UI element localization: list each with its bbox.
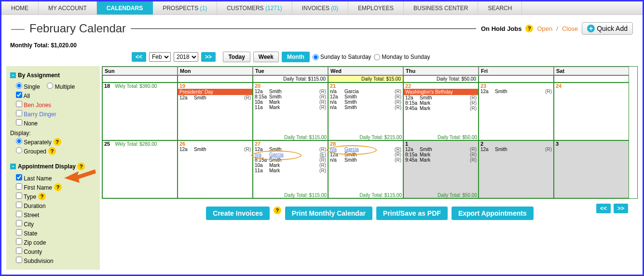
help-icon[interactable]: ? bbox=[274, 207, 281, 214]
appointment[interactable]: 12aSmith(R) bbox=[253, 89, 328, 94]
calendar-day[interactable]: 2712aSmith(R)n/aGarcia(E)8:15aSmith(R)10… bbox=[253, 140, 328, 198]
nav-prospects[interactable]: PROSPECTS (1) bbox=[153, 1, 217, 14]
appointment[interactable]: 8:15aSmith(R) bbox=[253, 157, 328, 163]
appointment[interactable]: 12aSmith(R) bbox=[404, 95, 478, 100]
calendar-day[interactable]: 21n/aGarcia(R)12aSmith(R)n/aSmith(R)n/aS… bbox=[328, 83, 403, 140]
appointment[interactable]: n/aGarcia(R) bbox=[329, 89, 403, 94]
nav-home[interactable]: HOME bbox=[1, 1, 39, 14]
single-radio[interactable]: Single bbox=[16, 83, 40, 90]
nav-calendars[interactable]: CALENDARS bbox=[97, 1, 153, 14]
print-pdf-button[interactable]: Print/Save as PDF bbox=[376, 207, 448, 220]
appointment[interactable]: 12aSmith(R) bbox=[479, 89, 553, 94]
calendar-day[interactable]: 212aSmith(R) bbox=[479, 140, 554, 198]
appt-opt-checkbox[interactable]: Subdivision bbox=[16, 257, 54, 264]
grouped-radio[interactable]: Grouped bbox=[16, 147, 46, 155]
appt-opt-checkbox[interactable]: Duration bbox=[16, 202, 46, 209]
appointment[interactable]: n/aSmith(R) bbox=[329, 157, 403, 163]
week-view-button[interactable]: Week bbox=[253, 52, 279, 62]
appt-opt-checkbox[interactable]: First Name bbox=[16, 183, 52, 191]
appointment[interactable]: 9:45aMark(R) bbox=[404, 157, 478, 163]
calendar-day[interactable]: 2012aSmith(R)8:15aSmith(R)10aMark(R)11aM… bbox=[253, 83, 328, 140]
appointment[interactable]: 8:15aMark(R) bbox=[404, 152, 478, 157]
separately-radio[interactable]: Separately bbox=[16, 138, 52, 146]
all-checkbox[interactable]: All bbox=[16, 92, 30, 99]
appointment[interactable]: 12aSmith(R) bbox=[329, 152, 403, 157]
month-view-button[interactable]: Month bbox=[282, 52, 310, 62]
weekstart-sun-radio[interactable]: Sunday to Saturday bbox=[313, 54, 371, 60]
calendar-day[interactable]: 19Presidents' Day12aSmith(R) bbox=[178, 83, 253, 140]
calendar-day[interactable]: 28n/aGarcia(R)12aSmith(R)n/aSmith(R)Dail… bbox=[328, 140, 403, 198]
nav-business-center[interactable]: BUSINESS CENTER bbox=[404, 1, 478, 14]
daily-total: Daily Total: $115.00 bbox=[359, 193, 402, 198]
year-select[interactable]: 2018 bbox=[174, 52, 198, 62]
print-monthly-button[interactable]: Print Monthly Calendar bbox=[285, 207, 372, 220]
help-icon[interactable]: ? bbox=[54, 183, 62, 191]
day-header: Thu bbox=[403, 67, 479, 75]
sidebar: -By Assignment Single Multiple All Ben J… bbox=[6, 66, 100, 270]
calendar-day[interactable]: 3 bbox=[554, 140, 629, 198]
appointment[interactable]: 9:45aMark(R) bbox=[404, 106, 478, 111]
appointment[interactable]: 12aSmith(R) bbox=[253, 147, 328, 152]
appt-opt-checkbox[interactable]: Last Name bbox=[16, 174, 52, 182]
open-link[interactable]: Open bbox=[537, 25, 552, 32]
appointment[interactable]: 12aSmith(R) bbox=[178, 147, 252, 152]
calendar-day[interactable]: 25 Wkly Total: $280.00 bbox=[102, 140, 178, 198]
appointment[interactable]: n/aGarcia(E) bbox=[253, 152, 328, 157]
calendar-day[interactable]: 24 bbox=[554, 83, 629, 140]
collapse-icon[interactable]: - bbox=[10, 164, 16, 169]
nav-search[interactable]: SEARCH bbox=[478, 1, 522, 14]
multiple-radio[interactable]: Multiple bbox=[47, 83, 75, 90]
appointment[interactable]: 10aMark(R) bbox=[253, 163, 328, 168]
help-icon[interactable]: ? bbox=[77, 163, 85, 170]
help-icon[interactable]: ? bbox=[54, 138, 61, 146]
by-assignment-panel: -By Assignment bbox=[10, 72, 96, 79]
ben-jones-checkbox[interactable]: Ben Jones bbox=[16, 101, 51, 109]
none-checkbox[interactable]: None bbox=[16, 119, 38, 127]
appt-opt-checkbox[interactable]: Type bbox=[16, 193, 36, 200]
weekly-total: Wkly Total: $280.00 bbox=[113, 141, 157, 147]
calendar-day[interactable]: 112aSmith(R)8:15aMark(R)9:45aMark(R)Dail… bbox=[403, 140, 479, 198]
export-appointments-button[interactable]: Export Appointments bbox=[452, 207, 534, 220]
nav-employees[interactable]: EMPLOYEES bbox=[348, 1, 404, 14]
help-icon[interactable]: ? bbox=[525, 25, 533, 32]
calendar-day[interactable]: 2612aSmith(R) bbox=[178, 140, 253, 198]
appointment[interactable]: 10aMark(R) bbox=[253, 99, 328, 105]
appointment[interactable]: 12aSmith(R) bbox=[479, 147, 553, 152]
appointment[interactable]: n/aSmith(R) bbox=[329, 105, 403, 110]
appointment[interactable]: 11aMark(R) bbox=[253, 105, 328, 110]
appointment[interactable]: 12aSmith(R) bbox=[404, 147, 478, 152]
next-page-button[interactable]: >> bbox=[614, 204, 628, 213]
prev-page-button[interactable]: << bbox=[596, 204, 611, 213]
help-icon[interactable]: ? bbox=[38, 193, 46, 200]
appointment[interactable]: 11aMark(R) bbox=[253, 168, 328, 173]
calendar-day[interactable]: 22Washington's Birthday12aSmith(R)8:15aM… bbox=[403, 83, 479, 140]
collapse-icon[interactable]: - bbox=[10, 72, 16, 78]
appt-opt-checkbox[interactable]: County bbox=[16, 248, 42, 255]
close-link[interactable]: Close bbox=[562, 25, 578, 32]
barry-dinger-checkbox[interactable]: Barry Dinger bbox=[16, 110, 56, 118]
nav-my-account[interactable]: MY ACCOUNT bbox=[39, 1, 97, 14]
appt-opt-checkbox[interactable]: Street bbox=[16, 211, 39, 219]
appt-opt-checkbox[interactable]: City bbox=[16, 220, 34, 228]
appointment[interactable]: 8:15aSmith(R) bbox=[253, 94, 328, 99]
weekstart-mon-radio[interactable]: Monday to Sunday bbox=[374, 54, 430, 60]
appointment[interactable]: 12aSmith(R) bbox=[178, 95, 252, 100]
help-icon[interactable]: ? bbox=[48, 147, 56, 155]
prev-month-button[interactable]: << bbox=[132, 52, 146, 62]
appointment[interactable]: n/aSmith(R) bbox=[329, 99, 403, 105]
month-select[interactable]: Feb bbox=[149, 52, 171, 62]
appt-opt-checkbox[interactable]: State bbox=[16, 229, 37, 237]
nav-invoices[interactable]: INVOICES (0) bbox=[292, 1, 348, 14]
appointment[interactable]: 8:15aMark(R) bbox=[404, 100, 478, 106]
day-number: 24 bbox=[554, 83, 563, 89]
today-button[interactable]: Today bbox=[223, 52, 250, 62]
quick-add-button[interactable]: +Quick Add bbox=[582, 22, 633, 35]
create-invoices-button[interactable]: Create Invoices bbox=[206, 207, 270, 220]
next-month-button[interactable]: >> bbox=[201, 52, 216, 62]
nav-customers[interactable]: CUSTOMERS (1271) bbox=[217, 1, 292, 14]
appointment[interactable]: n/aGarcia(R) bbox=[329, 147, 403, 152]
appt-opt-checkbox[interactable]: Zip code bbox=[16, 238, 46, 246]
calendar-day[interactable]: 2312aSmith(R) bbox=[479, 83, 554, 140]
appointment[interactable]: 12aSmith(R) bbox=[329, 94, 403, 99]
calendar-day[interactable]: 18 Wkly Total: $380.00 bbox=[102, 83, 178, 140]
